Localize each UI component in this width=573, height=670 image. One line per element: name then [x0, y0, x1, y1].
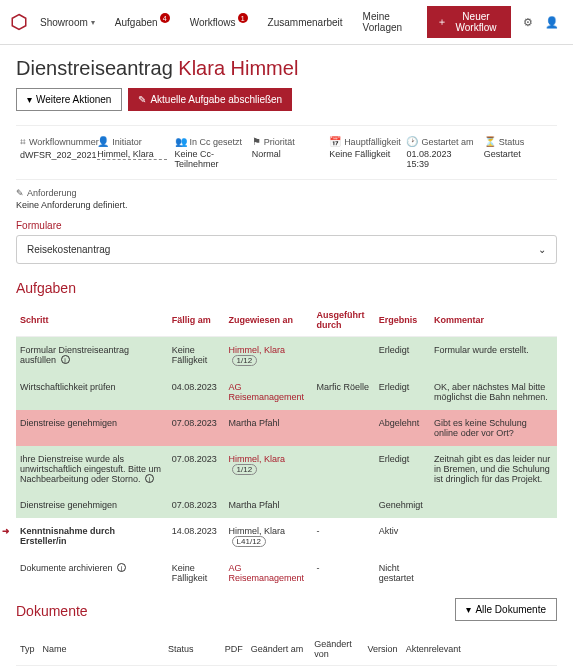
docs-table: TypNameStatusPDFGeändert amGeändert vonV…: [16, 633, 557, 670]
badge-workflows: 1: [238, 13, 248, 23]
task-row[interactable]: Dienstreise genehmigen07.08.2023Martha P…: [16, 410, 557, 446]
info-icon: i: [117, 563, 126, 572]
active-arrow-icon: ➜: [2, 526, 10, 536]
user-icon[interactable]: 👤: [541, 12, 563, 33]
plus-icon: ＋: [437, 15, 447, 29]
logo-icon: [10, 13, 28, 31]
formulare-link[interactable]: Formulare: [16, 220, 557, 231]
task-row[interactable]: Dienstreise genehmigen07.08.2023Martha P…: [16, 492, 557, 518]
settings-icon[interactable]: ⚙: [519, 12, 537, 33]
task-row[interactable]: ➜Kenntnisnahme durch Ersteller/in14.08.2…: [16, 518, 557, 555]
task-row[interactable]: Dokumente archivieren iKeine FälligkeitA…: [16, 555, 557, 591]
anforderung-label: ✎ Anforderung: [16, 188, 557, 198]
nav-zusammenarbeit[interactable]: Zusammenarbeit: [260, 13, 351, 32]
new-workflow-button[interactable]: ＋Neuer Workflow: [427, 6, 511, 38]
task-row[interactable]: Wirtschaftlichkeit prüfen04.08.2023AG Re…: [16, 374, 557, 410]
chevron-down-icon: ⌄: [538, 244, 546, 255]
workflow-meta: ⌗ WorkflownummerdWFSR_202_2021👤 Initiato…: [16, 125, 557, 180]
page-title: Dienstreiseantrag Klara Himmel: [16, 57, 557, 80]
task-row[interactable]: Formular Dienstreiseantrag ausfüllen iKe…: [16, 337, 557, 375]
formulare-box[interactable]: Reisekostenantrag ⌄: [16, 235, 557, 264]
complete-task-button[interactable]: ✎ Aktuelle Aufgabe abschließen: [128, 88, 292, 111]
nav-vorlagen[interactable]: Meine Vorlagen: [355, 7, 423, 37]
nav-workflows[interactable]: Workflows1: [182, 13, 256, 32]
aufgaben-heading: Aufgaben: [16, 280, 557, 296]
tasks-table: SchrittFällig amZugewiesen anAusgeführt …: [16, 304, 557, 591]
doc-row[interactable]: 📄Schulungsbeschreibung.docxGespeichert✓0…: [16, 666, 557, 671]
nav-aufgaben[interactable]: Aufgaben4: [107, 13, 178, 32]
dokumente-heading: Dokumente: [16, 603, 88, 619]
badge-aufgaben: 4: [160, 13, 170, 23]
info-icon: i: [61, 355, 70, 364]
nav-showroom[interactable]: Showroom▾: [32, 13, 103, 32]
svg-marker-0: [12, 15, 26, 30]
more-actions-button[interactable]: ▾ Weitere Aktionen: [16, 88, 122, 111]
task-row[interactable]: Ihre Dienstreise wurde als unwirtschaftl…: [16, 446, 557, 492]
all-documents-button[interactable]: ▾ Alle Dokumente: [455, 598, 557, 621]
anforderung-value: Keine Anforderung definiert.: [16, 200, 557, 210]
chevron-down-icon: ▾: [91, 18, 95, 27]
info-icon: i: [145, 474, 154, 483]
